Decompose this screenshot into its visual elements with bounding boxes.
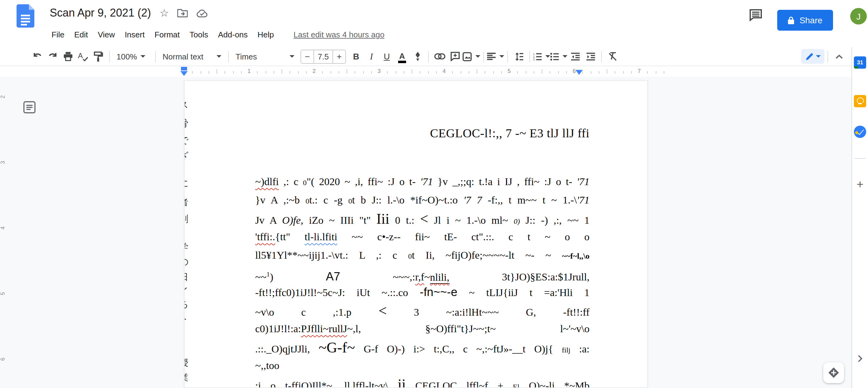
insert-image-button[interactable]: [463, 49, 480, 64]
doc-text-segment: }v _,;;q: t.!a i IJ , ffi~ :J o t-: [433, 176, 577, 188]
collapse-toolbar-button[interactable]: [831, 49, 846, 64]
last-edit-link[interactable]: Last edit was 4 hours ago: [293, 30, 384, 39]
doc-line[interactable]: 'tffi:.{tt" tl-li.lfiti ~~ c•-z-- fii~ t…: [255, 228, 589, 247]
decrease-font-size-button[interactable]: −: [301, 50, 313, 63]
menu-addons[interactable]: Add-ons: [213, 28, 253, 41]
chevron-down-icon: [815, 55, 820, 58]
ruler-tick: [265, 71, 266, 73]
doc-line[interactable]: c0)1iJ!l!:a:PJflli~rullJ~,l, §~O)ffi"t}J…: [255, 320, 589, 338]
doc-line[interactable]: ~~1) A7 ~~~,:r,f~nlili, 3t}JO)§ES:a:$1Jr…: [255, 265, 589, 283]
share-button[interactable]: Share: [777, 10, 833, 31]
doc-line[interactable]: .::._O)qjtJJli, ~G-f~ G-f O)-) i:> t:,C,…: [255, 338, 589, 357]
italic-button[interactable]: I: [364, 49, 379, 64]
right-indent-marker[interactable]: [576, 70, 583, 75]
google-docs-logo-icon[interactable]: [17, 4, 34, 30]
doc-text-segment: 0: [408, 252, 412, 260]
account-avatar[interactable]: J: [850, 8, 867, 25]
doc-text-segment: <: [378, 303, 387, 319]
align-button[interactable]: [487, 49, 504, 64]
google-calendar-icon[interactable]: 31: [854, 56, 866, 69]
spellcheck-button[interactable]: A: [75, 49, 91, 64]
underline-button[interactable]: U: [379, 49, 395, 64]
doc-line[interactable]: ~)dlfi ,: c 0"( 2020 ~ ,i, ffi~ :J o t- …: [255, 173, 589, 191]
print-button[interactable]: [60, 49, 75, 64]
google-tasks-icon[interactable]: [854, 126, 866, 138]
page[interactable]: ス骨でざに者刷学の日イるト授業 CEGLOC-l!:,, 7 -~ E3 tlJ…: [184, 80, 648, 388]
menu-insert[interactable]: Insert: [120, 28, 150, 41]
zoom-select[interactable]: 100%: [113, 49, 152, 64]
bulleted-list-button[interactable]: [550, 49, 567, 64]
star-icon[interactable]: ☆: [159, 8, 169, 19]
doc-text-segment: '71: [577, 194, 589, 206]
doc-line[interactable]: ~v\o c ,:1.p < 3 ~:a:i!lHt~~~ G, -ft!!:f…: [255, 301, 589, 320]
ruler-tick: [436, 71, 437, 73]
scanned-margin-char: 学: [184, 241, 190, 253]
document-outline-icon[interactable]: [23, 101, 36, 116]
doc-text-segment: J:: -) ,:, ~~ 1: [520, 215, 589, 226]
doc-line[interactable]: :i o t-ffiO)Ill*~ ,ll.lffl-lt~v\ ii CEGL…: [255, 375, 589, 388]
first-line-indent-marker[interactable]: [181, 67, 187, 70]
open-comments-icon[interactable]: [749, 8, 763, 24]
explore-button[interactable]: [823, 362, 844, 383]
editing-mode-button[interactable]: [801, 49, 825, 64]
doc-line[interactable]: ~,,too: [255, 357, 589, 375]
document-heading[interactable]: CEGLOC-l!:,, 7 -~ E3 tlJ llJ ffi: [255, 126, 589, 140]
font-size-value[interactable]: 7.5: [313, 50, 333, 63]
text-color-button[interactable]: A: [395, 49, 410, 64]
clear-formatting-button[interactable]: [605, 49, 620, 64]
avatar-initial: J: [856, 11, 861, 21]
doc-text-segment: O)~-li *~Mb: [519, 380, 589, 388]
font-select[interactable]: Times: [232, 49, 298, 64]
ruler-tick: [566, 71, 567, 73]
doc-line[interactable]: Jv A O)fe, iZo ~ IIIi "t" Iii 0 t.: < Jl…: [255, 209, 589, 228]
get-addons-button[interactable]: +: [857, 179, 863, 190]
redo-button[interactable]: [45, 49, 60, 64]
paragraph-styles-select[interactable]: Normal text: [159, 49, 225, 64]
doc-text-segment: tl-li.lfiti: [305, 231, 337, 243]
doc-text-segment: }v A ,:~b: [255, 194, 306, 206]
doc-text-segment: '71: [577, 176, 589, 188]
doc-line[interactable]: -ft!!;ffc0)1iJ!l!~5c~J: iUt ~.::.co -fn~…: [255, 283, 589, 301]
add-comment-button[interactable]: [447, 49, 463, 64]
menu-view[interactable]: View: [93, 28, 120, 41]
cloud-saved-icon[interactable]: [196, 9, 208, 18]
menu-tools[interactable]: Tools: [185, 28, 213, 41]
line-spacing-button[interactable]: [511, 49, 526, 64]
menu-edit[interactable]: Edit: [69, 28, 93, 41]
font-value: Times: [236, 52, 257, 61]
doc-text-segment: t Ii, ~fijO)fe;~~~~-lt: [412, 250, 525, 261]
highlight-color-button[interactable]: [410, 49, 425, 64]
move-to-folder-icon[interactable]: [178, 8, 188, 18]
ruler-tick: [558, 71, 559, 73]
ruler-tick: [420, 71, 421, 73]
doc-text-segment: c0)1iJ!l!:a:: [255, 323, 301, 335]
bold-button[interactable]: B: [348, 49, 364, 64]
doc-text-segment: ~: [424, 271, 430, 283]
menu-format[interactable]: Format: [150, 28, 185, 41]
show-side-panel-icon[interactable]: [858, 354, 863, 365]
ruler-tick: [615, 71, 616, 73]
doc-line[interactable]: ll5¥1Yl**~~ijij1.-\vt.: L ,: c 0t Ii, ~f…: [255, 247, 589, 265]
ruler-number: 4: [442, 68, 446, 74]
paint-format-button[interactable]: [91, 49, 106, 64]
ruler-tick: [428, 71, 429, 73]
menu-help[interactable]: Help: [253, 28, 279, 41]
doc-text-segment: ~~~,:: [340, 271, 415, 283]
doc-line[interactable]: }v A ,:~b 0t.: c -g 0t b J:: l.-\o *if~O…: [255, 191, 589, 209]
increase-font-size-button[interactable]: +: [333, 50, 345, 63]
decrease-indent-button[interactable]: [567, 49, 583, 64]
document-title[interactable]: Scan Apr 9, 2021 (2): [50, 7, 151, 20]
increase-indent-button[interactable]: [583, 49, 598, 64]
google-keep-icon[interactable]: [854, 95, 866, 107]
left-indent-marker[interactable]: [180, 71, 188, 76]
menu-file[interactable]: File: [46, 28, 69, 41]
doc-text-segment: r,f: [415, 271, 425, 283]
insert-link-button[interactable]: [432, 49, 447, 64]
chevron-down-icon: [141, 55, 146, 58]
numbered-list-button[interactable]: 123: [533, 49, 550, 64]
ruler-number: 6: [572, 68, 576, 74]
document-body[interactable]: ~)dlfi ,: c 0"( 2020 ~ ,i, ffi~ :J o t- …: [255, 173, 589, 388]
undo-button[interactable]: [29, 49, 45, 64]
doc-text-segment: ll5¥1Yl**~~ijij1.-\vt.: L ,: c: [255, 250, 408, 261]
doc-text-segment: iZo ~ IIIi "t": [303, 215, 376, 226]
